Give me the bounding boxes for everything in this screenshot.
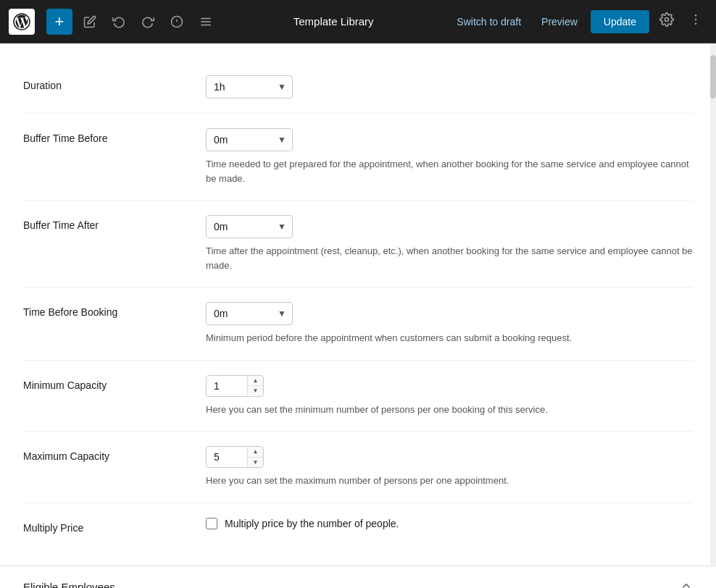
buffer-time-after-field: 0m 5m 10m 15m 30m 1h ▼ Time after the ap…: [206, 215, 693, 272]
duration-label: Duration: [23, 75, 183, 91]
wp-logo: [9, 9, 35, 35]
buffer-time-before-field: 0m 5m 10m 15m 30m 1h ▼ Time needed to ge…: [206, 128, 693, 185]
multiply-price-label: Multiply Price: [23, 518, 183, 534]
preview-button[interactable]: Preview: [534, 12, 585, 32]
buffer-time-before-row: Buffer Time Before 0m 5m 10m 15m 30m 1h …: [23, 114, 693, 201]
minimum-capacity-row: Minimum Capacity ▲ ▼ Here you can set th…: [23, 361, 693, 432]
time-before-booking-description: Minimum period before the appointment wh…: [206, 331, 693, 345]
time-before-booking-field: 0m 1h 2h 6h 12h 24h 48h ▼ Minimum period…: [206, 302, 693, 345]
maximum-capacity-input-wrapper[interactable]: ▲ ▼: [206, 446, 264, 468]
redo-button[interactable]: [136, 10, 159, 33]
maximum-capacity-row: Maximum Capacity ▲ ▼ Here you can set th…: [23, 432, 693, 503]
minimum-capacity-field: ▲ ▼ Here you can set the minimum number …: [206, 375, 693, 417]
maximum-capacity-field: ▲ ▼ Here you can set the maximum number …: [206, 446, 693, 488]
buffer-time-after-row: Buffer Time After 0m 5m 10m 15m 30m 1h ▼: [23, 201, 693, 287]
svg-point-9: [695, 19, 697, 21]
settings-icon[interactable]: [655, 9, 678, 33]
topbar: +: [0, 0, 716, 43]
time-before-booking-label: Time Before Booking: [23, 302, 183, 318]
eligible-employees-title: Eligible Employees: [23, 581, 115, 588]
svg-point-7: [665, 18, 669, 22]
buffer-time-before-description: Time needed to get prepared for the appo…: [206, 157, 693, 185]
buffer-time-after-label: Buffer Time After: [23, 215, 183, 231]
maximum-capacity-spinner[interactable]: ▲ ▼: [247, 447, 263, 467]
minimum-capacity-input-wrapper[interactable]: ▲ ▼: [206, 375, 264, 397]
buffer-time-before-select[interactable]: 0m 5m 10m 15m 30m 1h: [207, 129, 292, 151]
edit-icon-button[interactable]: [78, 10, 101, 33]
form-section: Duration 15m 30m 45m 1h 1h 30m 2h ▼: [0, 43, 716, 566]
scrollbar-thumb[interactable]: [710, 55, 716, 98]
minimum-capacity-description: Here you can set the minimum number of p…: [206, 403, 693, 417]
update-button[interactable]: Update: [591, 10, 649, 33]
buffer-time-after-description: Time after the appointment (rest, cleanu…: [206, 244, 693, 272]
minimum-capacity-decrement[interactable]: ▼: [248, 386, 263, 396]
svg-point-10: [695, 23, 697, 25]
menu-button[interactable]: [194, 10, 217, 33]
undo-button[interactable]: [107, 10, 130, 33]
eligible-employees-section: Eligible Employees: [0, 566, 716, 589]
buffer-time-after-select[interactable]: 0m 5m 10m 15m 30m 1h: [207, 216, 292, 238]
time-before-booking-select-wrapper[interactable]: 0m 1h 2h 6h 12h 24h 48h ▼: [206, 302, 293, 325]
topbar-actions: Switch to draft Preview Update: [449, 9, 707, 33]
multiply-price-checkbox[interactable]: [206, 518, 217, 529]
buffer-time-after-select-wrapper[interactable]: 0m 5m 10m 15m 30m 1h ▼: [206, 215, 293, 238]
svg-point-8: [695, 14, 697, 17]
add-button[interactable]: +: [46, 9, 72, 35]
maximum-capacity-label: Maximum Capacity: [23, 446, 183, 462]
duration-row: Duration 15m 30m 45m 1h 1h 30m 2h ▼: [23, 61, 693, 114]
minimum-capacity-spinner[interactable]: ▲ ▼: [247, 376, 263, 396]
maximum-capacity-description: Here you can set the maximum number of p…: [206, 474, 693, 488]
duration-select-wrapper[interactable]: 15m 30m 45m 1h 1h 30m 2h ▼: [206, 75, 293, 98]
multiply-price-field: Multiply price by the number of people.: [206, 518, 693, 529]
duration-select[interactable]: 15m 30m 45m 1h 1h 30m 2h: [207, 76, 292, 98]
minimum-capacity-increment[interactable]: ▲: [248, 376, 263, 387]
info-button[interactable]: [165, 10, 188, 33]
page-title: Template Library: [223, 15, 444, 28]
time-before-booking-select[interactable]: 0m 1h 2h 6h 12h 24h 48h: [207, 303, 292, 324]
maximum-capacity-decrement[interactable]: ▼: [248, 458, 263, 468]
main-content: Duration 15m 30m 45m 1h 1h 30m 2h ▼: [0, 43, 716, 588]
minimum-capacity-label: Minimum Capacity: [23, 375, 183, 391]
multiply-price-row: Multiply Price Multiply price by the num…: [23, 503, 693, 548]
buffer-time-before-select-wrapper[interactable]: 0m 5m 10m 15m 30m 1h ▼: [206, 128, 293, 151]
switch-to-draft-button[interactable]: Switch to draft: [449, 12, 528, 32]
duration-field: 15m 30m 45m 1h 1h 30m 2h ▼: [206, 75, 693, 98]
scrollbar-track[interactable]: [710, 43, 716, 565]
time-before-booking-row: Time Before Booking 0m 1h 2h 6h 12h 24h …: [23, 287, 693, 361]
multiply-price-checkbox-row: Multiply price by the number of people.: [206, 518, 693, 529]
buffer-time-before-label: Buffer Time Before: [23, 128, 183, 144]
multiply-price-checkbox-label: Multiply price by the number of people.: [225, 518, 399, 529]
more-options-icon[interactable]: [684, 9, 707, 33]
maximum-capacity-increment[interactable]: ▲: [248, 447, 263, 458]
eligible-employees-collapse-button[interactable]: [680, 579, 693, 589]
